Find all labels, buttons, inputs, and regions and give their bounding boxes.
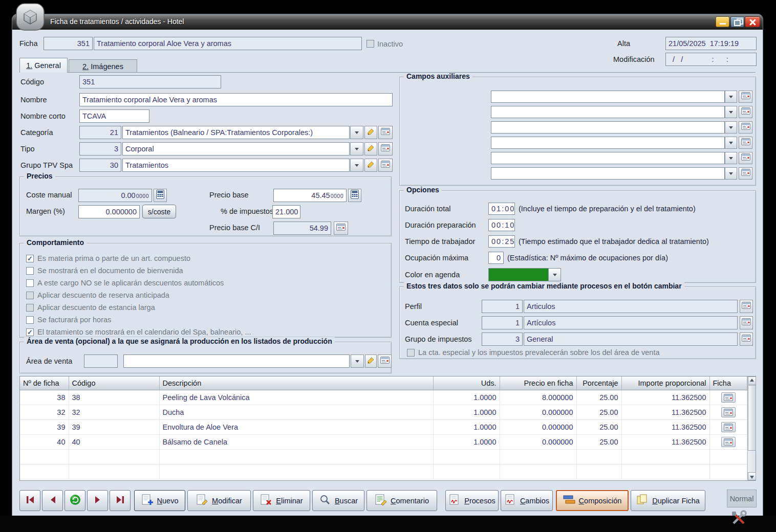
campo-auxiliar-dropdown-2[interactable] bbox=[725, 106, 737, 118]
row-ficha-button[interactable] bbox=[721, 437, 736, 447]
ocupacion-maxima-field[interactable]: 0 bbox=[488, 252, 504, 264]
codigo-field[interactable]: 351 bbox=[79, 75, 221, 88]
grupo-impuestos-desc-field[interactable]: General bbox=[524, 332, 738, 346]
grupo-impuestos-card-button[interactable] bbox=[740, 332, 753, 346]
nuevo-button[interactable]: Nuevo bbox=[134, 490, 185, 511]
coste-manual-field[interactable]: 0.000000 bbox=[78, 189, 152, 202]
checkbox-calendario-spa[interactable]: ✓ bbox=[26, 328, 34, 336]
area-venta-card-button[interactable] bbox=[378, 354, 392, 368]
precio-ci-field[interactable]: 54.99 bbox=[273, 221, 331, 235]
col-uds[interactable]: Uds. bbox=[433, 376, 500, 390]
categoria-dropdown-button[interactable] bbox=[350, 126, 363, 139]
nombre-corto-field[interactable]: TCAVA bbox=[79, 109, 149, 123]
col-codigo[interactable]: Código bbox=[69, 376, 159, 390]
campo-auxiliar-field-6[interactable] bbox=[491, 167, 725, 180]
modificar-button[interactable]: Modificar bbox=[187, 490, 251, 511]
minimize-button[interactable] bbox=[716, 16, 729, 27]
precio-base-calc-button[interactable] bbox=[348, 189, 361, 202]
categoria-edit-button[interactable] bbox=[364, 126, 377, 139]
grupo-tpv-dropdown-button[interactable] bbox=[350, 159, 363, 172]
area-venta-desc-field[interactable] bbox=[123, 354, 350, 368]
tipo-code-field[interactable]: 3 bbox=[79, 142, 121, 156]
impuestos-field[interactable]: 21.000 bbox=[272, 205, 300, 218]
duplicar-ficha-button[interactable]: Duplicar Ficha bbox=[631, 490, 705, 511]
scroll-down-button[interactable] bbox=[748, 472, 756, 480]
grupo-tpv-desc-field[interactable]: Tratamientos bbox=[122, 159, 350, 172]
campo-auxiliar-dropdown-3[interactable] bbox=[725, 121, 737, 134]
row-ficha-button[interactable] bbox=[721, 407, 736, 417]
grupo-impuestos-code-field[interactable]: 3 bbox=[482, 332, 523, 346]
col-porcentaje[interactable]: Porcentaje bbox=[576, 376, 621, 390]
tipo-edit-button[interactable] bbox=[364, 142, 377, 156]
col-descripcion[interactable]: Descripción bbox=[159, 376, 433, 390]
table-row-empty[interactable] bbox=[20, 464, 747, 479]
tiempo-trabajador-field[interactable]: 00:25 bbox=[488, 235, 515, 248]
alta-field[interactable]: 21/05/2025 17:19:19 bbox=[665, 37, 757, 50]
area-venta-edit-button[interactable] bbox=[365, 354, 377, 368]
scroll-thumb[interactable] bbox=[748, 385, 756, 451]
precio-base-field[interactable]: 45.450000 bbox=[273, 189, 347, 202]
color-agenda-dropdown-button[interactable] bbox=[548, 269, 561, 281]
checkbox-reserva-anticipada[interactable] bbox=[26, 292, 34, 299]
ficha-number-field[interactable]: 351 bbox=[44, 37, 93, 50]
maximize-button[interactable] bbox=[730, 16, 744, 27]
eliminar-button[interactable]: Eliminar bbox=[253, 490, 310, 511]
duracion-total-field[interactable]: 01:00 bbox=[488, 203, 515, 215]
campo-auxiliar-card-3[interactable] bbox=[739, 121, 752, 134]
campo-auxiliar-card-6[interactable] bbox=[739, 167, 752, 180]
campo-auxiliar-card-4[interactable] bbox=[739, 137, 752, 149]
checkbox-cta-prevalece[interactable] bbox=[407, 349, 415, 357]
col-ficha[interactable]: Ficha bbox=[709, 376, 747, 390]
table-row[interactable]: 38 38 Peeling de Lava Volcánica 1.0000 8… bbox=[20, 390, 747, 405]
tipo-dropdown-button[interactable] bbox=[350, 142, 363, 156]
tools-button[interactable] bbox=[729, 508, 748, 528]
coste-manual-calc-button[interactable] bbox=[154, 189, 167, 202]
table-vertical-scrollbar[interactable] bbox=[747, 376, 756, 480]
nav-last-button[interactable] bbox=[110, 490, 131, 511]
close-button[interactable] bbox=[745, 16, 760, 27]
comentario-button[interactable]: Comentario bbox=[367, 490, 437, 511]
categoria-code-field[interactable]: 21 bbox=[79, 126, 121, 139]
campo-auxiliar-card-5[interactable] bbox=[739, 152, 752, 164]
categoria-desc-field[interactable]: Tratamientos (Balneario / SPA:Tratamient… bbox=[122, 126, 350, 139]
area-venta-code-field[interactable] bbox=[84, 354, 118, 368]
color-agenda-combo[interactable] bbox=[488, 268, 561, 281]
grupo-tpv-code-field[interactable]: 30 bbox=[79, 159, 121, 172]
nombre-field[interactable]: Tratamiento corporal Aloe Vera y aromas bbox=[79, 93, 393, 106]
perfil-card-button[interactable] bbox=[740, 300, 753, 313]
cambios-button[interactable]: Cambios bbox=[501, 490, 553, 511]
tab-general[interactable]: 1. General bbox=[19, 58, 68, 73]
checkbox-doc-bienvenida[interactable] bbox=[26, 267, 34, 275]
campo-auxiliar-field-2[interactable] bbox=[491, 106, 725, 118]
table-row[interactable]: 39 39 Envoltura de Aloe Vera 1.0000 0.00… bbox=[20, 419, 747, 434]
campo-auxiliar-field-5[interactable] bbox=[491, 152, 725, 164]
margen-field[interactable]: 0.000000 bbox=[78, 205, 140, 218]
buscar-button[interactable]: Buscar bbox=[312, 490, 364, 511]
cuenta-especial-code-field[interactable]: 1 bbox=[482, 316, 523, 329]
campo-auxiliar-dropdown-5[interactable] bbox=[725, 152, 737, 164]
area-venta-dropdown-button[interactable] bbox=[351, 354, 364, 368]
categoria-card-button[interactable] bbox=[378, 126, 393, 139]
checkbox-estancia-larga[interactable] bbox=[26, 304, 34, 312]
grupo-tpv-edit-button[interactable] bbox=[364, 159, 377, 172]
scroll-up-button[interactable] bbox=[748, 376, 756, 385]
tipo-desc-field[interactable]: Corporal bbox=[122, 142, 350, 156]
precio-ci-card-button[interactable] bbox=[334, 221, 348, 235]
tab-imagenes[interactable]: 2. Imágenes bbox=[69, 59, 137, 73]
campo-auxiliar-card-1[interactable] bbox=[739, 91, 752, 103]
col-precio[interactable]: Precio en ficha bbox=[500, 376, 576, 390]
checkbox-facturar-horas[interactable] bbox=[26, 316, 34, 324]
tipo-card-button[interactable] bbox=[378, 142, 393, 156]
table-row[interactable]: 32 32 Ducha 1.0000 0.000000 25.00 11.362… bbox=[20, 405, 747, 419]
nav-first-button[interactable] bbox=[19, 490, 40, 511]
campo-auxiliar-field-3[interactable] bbox=[491, 121, 725, 134]
checkbox-materia-prima[interactable]: ✓ bbox=[26, 255, 34, 262]
inactivo-checkbox[interactable] bbox=[367, 40, 374, 48]
campo-auxiliar-dropdown-1[interactable] bbox=[725, 91, 737, 103]
cuenta-especial-card-button[interactable] bbox=[740, 316, 753, 329]
col-importe[interactable]: Importe proporcional bbox=[621, 376, 709, 390]
col-num[interactable]: Nº de ficha bbox=[20, 376, 69, 390]
campo-auxiliar-dropdown-4[interactable] bbox=[725, 137, 737, 149]
duracion-preparacion-field[interactable]: 00:10 bbox=[488, 219, 515, 231]
modificacion-field[interactable]: / / : : bbox=[665, 53, 757, 66]
